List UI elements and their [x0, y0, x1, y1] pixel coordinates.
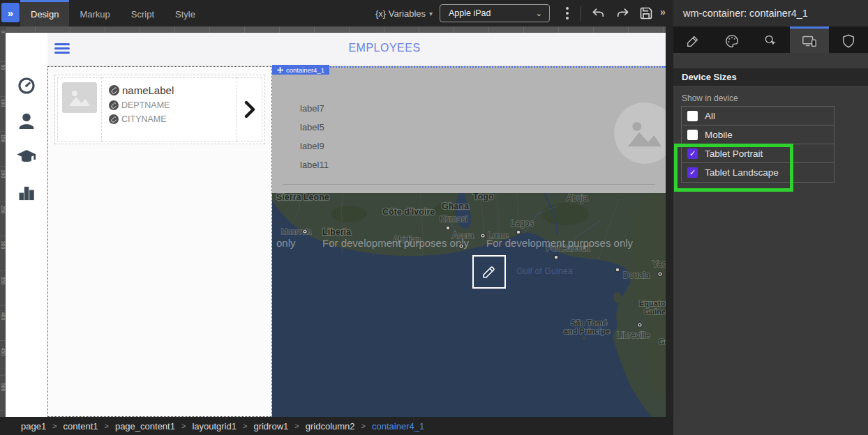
- name-label-row[interactable]: nameLabel: [109, 84, 237, 96]
- capital-city-marker: [658, 272, 662, 276]
- city-marker: [554, 255, 558, 259]
- map-label: Kumasi: [440, 214, 467, 224]
- bind-link-icon: [109, 85, 119, 96]
- variables-label: {x} Variables: [375, 8, 426, 19]
- map-watermark: For development purposes only: [486, 237, 634, 249]
- breadcrumb-separator: >: [361, 422, 366, 430]
- bar-chart-icon[interactable]: [17, 183, 36, 202]
- breadcrumb-item-gridrow1[interactable]: gridrow1: [253, 421, 288, 432]
- selection-tag[interactable]: container4_1: [272, 65, 329, 75]
- breadcrumb-item-gridcolumn2[interactable]: gridcolumn2: [306, 421, 355, 432]
- dashboard-icon[interactable]: [17, 76, 36, 96]
- page-title[interactable]: EMPLOYEES: [348, 42, 420, 54]
- dept-label-row[interactable]: DEPTNAME: [109, 100, 237, 110]
- selected-container[interactable]: label7label5label9label11: [272, 66, 666, 193]
- mode-tabs: DesignMarkupScriptStyle: [20, 0, 206, 26]
- events-pointer-icon[interactable]: [751, 26, 791, 53]
- hamburger-menu-icon[interactable]: [54, 43, 70, 56]
- label-widget-label7[interactable]: label7: [300, 103, 324, 114]
- list-column: nameLabel DEPTNAME CITYNAME: [47, 66, 272, 417]
- breadcrumb-item-page1[interactable]: page1: [21, 421, 46, 432]
- device-size-row-tablet-portrait[interactable]: ✓Tablet Portrait: [682, 144, 834, 163]
- palette-icon[interactable]: [712, 26, 751, 53]
- tab-style[interactable]: Style: [165, 0, 206, 26]
- map-widget[interactable]: Sierra LeoneMonroviaLiberiaCôte d'Ivoire…: [272, 193, 666, 417]
- image-cell: [57, 77, 102, 142]
- checkbox-unchecked-icon[interactable]: [687, 130, 698, 140]
- card-text-cell: nameLabel DEPTNAME CITYNAME: [102, 77, 237, 142]
- chevron-cell: [237, 77, 262, 142]
- device-select[interactable]: Apple iPad ⌄: [440, 4, 550, 22]
- map-label: Abuja: [567, 193, 588, 203]
- map-watermark: For development purposes only: [322, 237, 470, 249]
- device-size-label: All: [705, 111, 715, 121]
- map-label: Lagos: [511, 218, 534, 228]
- ruler-tick: 400: [1, 312, 6, 321]
- checkbox-checked-icon[interactable]: ✓: [687, 148, 698, 159]
- design-canvas: EMPLOYEES nameLabel DEPTNAME: [47, 33, 666, 417]
- ide-window: » DesignMarkupScriptStyle {x} Variables …: [0, 0, 868, 435]
- horizontal-ruler: [0, 26, 666, 33]
- kebab-menu-icon[interactable]: [562, 6, 572, 21]
- city-label-row[interactable]: CITYNAME: [109, 114, 237, 124]
- move-cross-icon: [277, 67, 283, 73]
- save-icon[interactable]: [638, 5, 654, 22]
- separator-line: [283, 184, 655, 185]
- panel-tabs: [673, 26, 868, 53]
- pencil-icon[interactable]: [673, 26, 712, 53]
- tab-design[interactable]: Design: [20, 0, 69, 26]
- ruler-tick: 300: [1, 241, 6, 250]
- label-widget-label9[interactable]: label9: [300, 141, 324, 151]
- label-widget-label11[interactable]: label11: [300, 160, 329, 170]
- map-label: and Príncipe: [564, 327, 610, 335]
- expand-panel-icon[interactable]: »: [660, 6, 666, 17]
- list-item-card[interactable]: nameLabel DEPTNAME CITYNAME: [54, 75, 265, 144]
- breadcrumb-item-container4_1[interactable]: container4_1: [372, 421, 424, 432]
- capital-city-marker: [303, 229, 307, 234]
- chevron-down-icon: ⌄: [536, 9, 542, 18]
- bind-link-icon: [109, 100, 119, 110]
- map-watermark: only: [276, 237, 296, 249]
- map-label: Libreville: [617, 330, 650, 340]
- ruler-tick: 500: [1, 383, 6, 392]
- page-header: EMPLOYEES: [47, 33, 666, 66]
- undo-icon[interactable]: [590, 5, 607, 22]
- device-size-row-all[interactable]: All: [682, 107, 834, 125]
- map-edit-button[interactable]: [472, 255, 506, 289]
- ruler-tick: 0: [1, 27, 6, 37]
- collapse-panel-icon[interactable]: »: [1, 3, 20, 22]
- vertical-ruler: 050100150200250300350400450500: [0, 26, 6, 417]
- security-shield-icon[interactable]: [829, 26, 868, 53]
- top-toolbar: » DesignMarkupScriptStyle {x} Variables …: [0, 0, 673, 26]
- device-size-label: Tablet Landscape: [705, 167, 779, 178]
- tab-markup[interactable]: Markup: [69, 0, 120, 26]
- city-marker: [446, 226, 450, 230]
- pencil-icon: [481, 264, 497, 280]
- breadcrumb-item-page_content1[interactable]: page_content1: [115, 421, 175, 432]
- chevron-right-icon: [244, 100, 255, 119]
- checkbox-checked-icon[interactable]: ✓: [687, 167, 698, 178]
- ruler-tick: 200: [1, 169, 6, 179]
- ruler-tick: 350: [1, 276, 6, 286]
- picture-placeholder-icon[interactable]: [614, 102, 666, 164]
- device-size-row-mobile[interactable]: Mobile: [682, 125, 834, 144]
- widget-rail: [6, 33, 47, 417]
- checkbox-unchecked-icon[interactable]: [687, 111, 698, 121]
- map-label: Togo: [473, 193, 494, 201]
- map-label: São Tomé: [571, 319, 607, 327]
- education-icon[interactable]: [17, 147, 36, 167]
- redo-icon[interactable]: [614, 5, 631, 22]
- tab-script[interactable]: Script: [121, 0, 165, 26]
- device-icon[interactable]: [790, 26, 829, 53]
- name-label: nameLabel: [122, 84, 174, 96]
- map-label: Ghana: [442, 201, 470, 211]
- map-label: Gulf of Guinea: [516, 266, 573, 276]
- map-label: Sierra Leone: [276, 193, 329, 202]
- panel-splitter[interactable]: [666, 26, 673, 417]
- breadcrumb-item-content1[interactable]: content1: [63, 421, 98, 432]
- variables-dropdown[interactable]: {x} Variables ▾: [375, 0, 433, 26]
- label-widget-label5[interactable]: label5: [300, 122, 324, 132]
- device-size-row-tablet-landscape[interactable]: ✓Tablet Landscape: [682, 163, 834, 182]
- user-icon[interactable]: [17, 112, 36, 131]
- breadcrumb-item-layoutgrid1[interactable]: layoutgrid1: [192, 421, 237, 432]
